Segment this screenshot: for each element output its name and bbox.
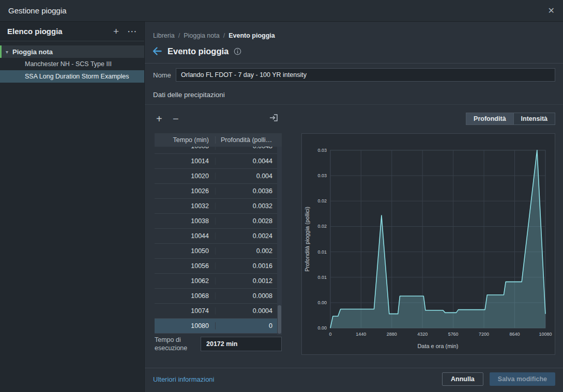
table-row[interactable]: 100140.0044 bbox=[155, 154, 277, 169]
sidebar-header: Elenco pioggia + ⋯ bbox=[0, 22, 144, 41]
table-row[interactable]: 100560.0016 bbox=[155, 259, 277, 274]
tree-group-label: Pioggia nota bbox=[12, 48, 53, 56]
sidebar-item-manchester-nh-scs-type-iii[interactable]: Manchester NH - SCS Type III bbox=[0, 58, 144, 70]
cell-time: 10068 bbox=[155, 292, 216, 300]
table-row[interactable]: 100260.0036 bbox=[155, 184, 277, 199]
name-label: Nome bbox=[153, 71, 176, 79]
svg-text:10080: 10080 bbox=[539, 332, 552, 337]
svg-text:Data e ora (min): Data e ora (min) bbox=[417, 343, 458, 349]
tree-group-pioggia-nota[interactable]: ▾ Pioggia nota bbox=[0, 45, 144, 58]
cell-depth: 0.0008 bbox=[216, 292, 277, 300]
breadcrumb-item[interactable]: Pioggia nota bbox=[184, 32, 220, 39]
cell-time: 10050 bbox=[155, 247, 216, 255]
cell-time: 10008 bbox=[155, 147, 216, 150]
svg-text:0.03: 0.03 bbox=[318, 173, 327, 178]
column-header-time: Tempo (min) bbox=[155, 136, 216, 144]
cell-depth: 0.0028 bbox=[216, 217, 277, 225]
svg-text:0.00: 0.00 bbox=[318, 300, 327, 305]
info-icon[interactable] bbox=[234, 48, 241, 55]
toggle-intensità[interactable]: Intensità bbox=[514, 113, 555, 125]
svg-text:4320: 4320 bbox=[417, 332, 428, 337]
table-rows: 100080.0048100140.0044100200.004100260.0… bbox=[155, 147, 277, 334]
breadcrumb-item: Evento pioggia bbox=[229, 32, 275, 39]
cell-depth: 0.004 bbox=[216, 173, 277, 180]
chevron-down-icon[interactable]: ▾ bbox=[6, 49, 8, 55]
table-row[interactable]: 100620.0012 bbox=[155, 274, 277, 289]
divider bbox=[145, 104, 563, 105]
cell-depth: 0.0016 bbox=[216, 262, 277, 270]
svg-text:0.01: 0.01 bbox=[318, 275, 327, 280]
precipitation-toolbar: + − ProfonditàIntensità bbox=[145, 113, 555, 125]
runtime-value-field[interactable] bbox=[201, 337, 282, 351]
rainfall-chart: 0144028804320576072008640100800.000.000.… bbox=[302, 134, 555, 354]
name-input[interactable] bbox=[176, 68, 555, 82]
footer: Ulteriori informazioni Annulla Salva mod… bbox=[153, 372, 555, 386]
page-title: Evento pioggia bbox=[168, 46, 229, 56]
svg-text:0.03: 0.03 bbox=[318, 148, 327, 153]
depth-intensity-toggle: ProfonditàIntensità bbox=[466, 113, 555, 125]
table-row[interactable]: 100380.0028 bbox=[155, 214, 277, 229]
divider bbox=[145, 368, 563, 368]
rain-tree: ▾ Pioggia nota Manchester NH - SCS Type … bbox=[0, 45, 144, 83]
section-title: Dati delle precipitazioni bbox=[153, 91, 225, 99]
svg-text:1440: 1440 bbox=[356, 332, 366, 337]
svg-text:7200: 7200 bbox=[479, 332, 489, 337]
save-changes-button[interactable]: Salva modifiche bbox=[490, 372, 555, 386]
cell-depth: 0.0004 bbox=[216, 307, 277, 315]
more-options-icon[interactable]: ⋯ bbox=[127, 26, 137, 36]
breadcrumb: Libreria/Pioggia nota/Evento pioggia bbox=[153, 32, 275, 39]
cancel-button[interactable]: Annulla bbox=[442, 372, 483, 386]
sidebar-item-ssa-long-duration-storm-examples[interactable]: SSA Long Duration Storm Examples bbox=[0, 70, 144, 83]
svg-text:0.02: 0.02 bbox=[318, 198, 327, 203]
table-row[interactable]: 100080.0048 bbox=[155, 147, 277, 154]
cell-depth: 0.0048 bbox=[216, 147, 277, 150]
remove-row-button[interactable]: − bbox=[173, 113, 179, 125]
svg-text:8640: 8640 bbox=[510, 332, 520, 337]
table-row[interactable]: 100800 bbox=[155, 319, 277, 334]
cell-depth: 0.0036 bbox=[216, 187, 277, 195]
breadcrumb-item[interactable]: Libreria bbox=[153, 32, 175, 39]
cell-time: 10014 bbox=[155, 158, 216, 165]
cell-time: 10062 bbox=[155, 277, 216, 285]
rainfall-chart-panel: 0144028804320576072008640100800.000.000.… bbox=[301, 133, 555, 355]
sidebar-title: Elenco pioggia bbox=[7, 27, 63, 36]
import-data-icon[interactable] bbox=[269, 113, 279, 125]
table-row[interactable]: 100320.0032 bbox=[155, 199, 277, 214]
add-row-button[interactable]: + bbox=[156, 113, 162, 125]
svg-text:Profondità pioggia (pollici): Profondità pioggia (pollici) bbox=[304, 207, 310, 272]
scrollbar-thumb[interactable] bbox=[278, 305, 281, 334]
add-rain-icon[interactable]: + bbox=[113, 26, 119, 36]
svg-text:0.01: 0.01 bbox=[318, 249, 327, 255]
cell-depth: 0.0044 bbox=[216, 158, 277, 165]
breadcrumb-separator: / bbox=[178, 32, 180, 39]
cell-depth: 0.0032 bbox=[216, 202, 277, 210]
runtime-label: Tempo di esecuzione bbox=[155, 336, 201, 353]
dialog-title: Gestione pioggia bbox=[8, 6, 67, 15]
back-arrow-icon[interactable] bbox=[152, 46, 162, 56]
table-scrollbar[interactable] bbox=[277, 147, 282, 335]
cell-time: 10056 bbox=[155, 262, 216, 270]
rain-manager-dialog: Gestione pioggia ✕ Elenco pioggia + ⋯ ▾ … bbox=[0, 0, 563, 392]
table-row[interactable]: 100740.0004 bbox=[155, 304, 277, 319]
svg-text:0: 0 bbox=[329, 332, 331, 337]
table-row[interactable]: 100680.0008 bbox=[155, 289, 277, 304]
table-body: 100080.0048100140.0044100200.004100260.0… bbox=[155, 147, 282, 335]
cell-depth: 0 bbox=[216, 322, 277, 330]
svg-text:0.02: 0.02 bbox=[318, 224, 327, 229]
breadcrumb-separator: / bbox=[223, 32, 225, 39]
cell-time: 10080 bbox=[155, 322, 216, 330]
cell-depth: 0.0024 bbox=[216, 232, 277, 240]
table-row[interactable]: 100500.002 bbox=[155, 244, 277, 259]
cell-time: 10038 bbox=[155, 217, 216, 225]
runtime-row: Tempo di esecuzione bbox=[155, 336, 282, 353]
rain-list-sidebar: Elenco pioggia + ⋯ ▾ Pioggia nota Manche… bbox=[0, 22, 145, 392]
close-icon[interactable]: ✕ bbox=[548, 7, 555, 15]
svg-text:0.00: 0.00 bbox=[318, 325, 327, 331]
cell-time: 10020 bbox=[155, 173, 216, 180]
table-header: Tempo (min) Profondità (polli… bbox=[155, 133, 282, 147]
table-row[interactable]: 100440.0024 bbox=[155, 229, 277, 244]
toggle-profondità[interactable]: Profondità bbox=[466, 113, 514, 125]
table-row[interactable]: 100200.004 bbox=[155, 169, 277, 184]
name-row: Nome bbox=[153, 68, 555, 82]
more-info-link[interactable]: Ulteriori informazioni bbox=[153, 375, 214, 383]
